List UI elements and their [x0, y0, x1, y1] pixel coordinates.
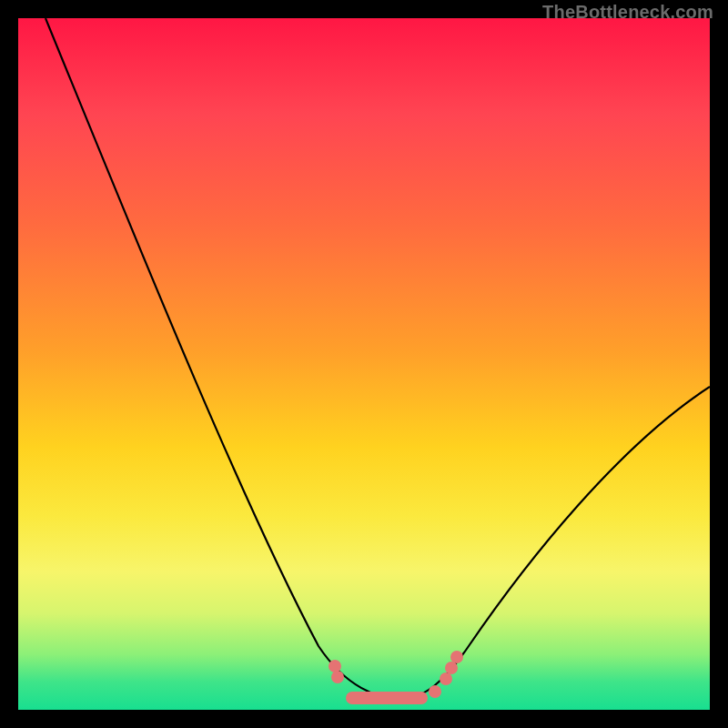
marker-cluster — [329, 651, 463, 704]
svg-point-1 — [331, 671, 344, 683]
bottleneck-curve — [46, 18, 710, 699]
svg-point-5 — [445, 662, 458, 674]
chart-frame: TheBottleneck.com — [0, 0, 728, 728]
curve-layer — [18, 18, 710, 710]
svg-point-6 — [450, 651, 463, 663]
svg-rect-2 — [346, 692, 428, 704]
svg-point-3 — [429, 685, 441, 698]
svg-point-0 — [329, 660, 341, 672]
plot-area — [18, 18, 710, 710]
watermark-text: TheBottleneck.com — [542, 2, 713, 23]
svg-point-4 — [440, 672, 452, 685]
